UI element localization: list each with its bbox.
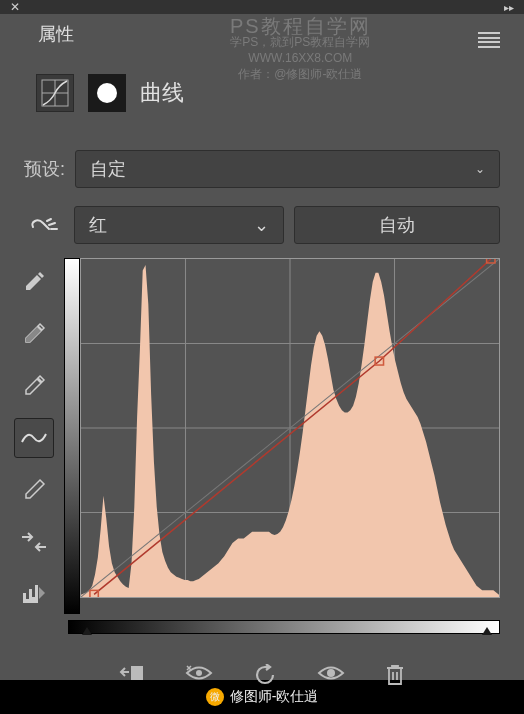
auto-button[interactable]: 自动 bbox=[294, 206, 500, 244]
curves-graph[interactable] bbox=[80, 258, 500, 598]
svg-point-15 bbox=[327, 669, 335, 677]
chevron-down-icon: ⌄ bbox=[475, 162, 485, 176]
view-previous-icon[interactable] bbox=[185, 664, 213, 691]
trash-icon[interactable] bbox=[385, 664, 405, 691]
collapse-icon[interactable]: ▸▸ bbox=[504, 2, 514, 13]
eyedropper-black-icon[interactable] bbox=[14, 262, 54, 302]
preset-label: 预设: bbox=[24, 157, 65, 181]
svg-point-14 bbox=[196, 670, 202, 676]
black-point-marker[interactable] bbox=[82, 627, 92, 635]
reset-icon[interactable] bbox=[253, 664, 277, 691]
svg-rect-13 bbox=[131, 666, 143, 680]
close-icon[interactable]: ✕ bbox=[10, 0, 20, 14]
white-point-marker[interactable] bbox=[482, 627, 492, 635]
histogram-clip-icon[interactable] bbox=[14, 574, 54, 614]
output-gradient bbox=[64, 258, 80, 614]
chevron-down-icon: ⌄ bbox=[254, 214, 269, 236]
curve-point-tool-icon[interactable] bbox=[14, 418, 54, 458]
input-gradient[interactable] bbox=[68, 620, 500, 634]
weibo-icon: 微 bbox=[206, 688, 224, 706]
panel-menu-icon[interactable] bbox=[478, 32, 500, 48]
targeted-adjust-icon[interactable] bbox=[24, 210, 64, 240]
watermark: PS教程自学网 学PS，就到PS教程自学网 WWW.16XX8.COM 作者：@… bbox=[230, 18, 371, 82]
eyedropper-white-icon[interactable] bbox=[14, 366, 54, 406]
clip-to-layer-icon[interactable] bbox=[119, 664, 145, 691]
tab-properties[interactable]: 属性 bbox=[20, 14, 92, 54]
curves-icon bbox=[36, 74, 74, 112]
preset-select[interactable]: 自定⌄ bbox=[75, 150, 500, 188]
visibility-icon[interactable] bbox=[317, 664, 345, 691]
mask-icon[interactable] bbox=[88, 74, 126, 112]
channel-select[interactable]: 红⌄ bbox=[74, 206, 284, 244]
eyedropper-gray-icon[interactable] bbox=[14, 314, 54, 354]
smooth-tool-icon[interactable] bbox=[14, 522, 54, 562]
pencil-tool-icon[interactable] bbox=[14, 470, 54, 510]
adjustment-title: 曲线 bbox=[140, 78, 184, 108]
